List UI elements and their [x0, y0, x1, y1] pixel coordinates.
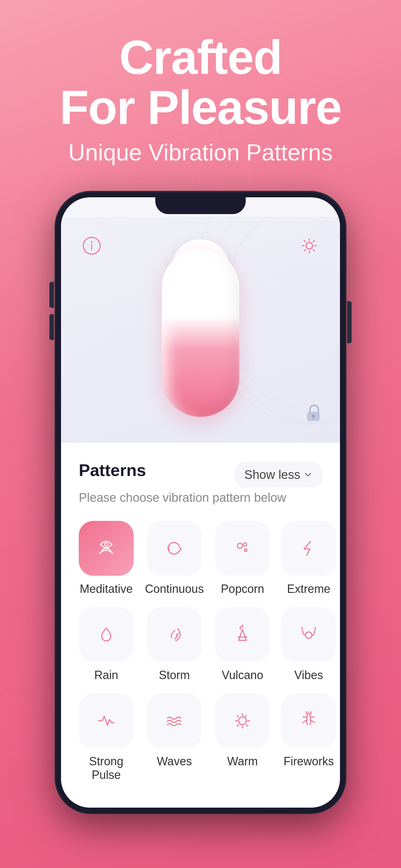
app-content: Patterns Show less Please choose vibrati… [61, 197, 340, 808]
pattern-continuous-label: Continuous [145, 582, 204, 596]
pattern-strongpulse-button[interactable] [79, 693, 134, 748]
subtitle: Unique Vibration Patterns [26, 139, 375, 166]
continuous-icon [161, 535, 187, 561]
list-item: Continuous [145, 521, 204, 596]
svg-point-12 [306, 243, 312, 249]
pattern-storm-button[interactable] [147, 607, 202, 662]
svg-point-16 [104, 543, 108, 546]
svg-point-21 [239, 717, 246, 724]
svg-point-18 [243, 543, 247, 546]
pattern-popcorn-label: Popcorn [221, 582, 264, 596]
list-item: Vulcano [215, 607, 270, 682]
pattern-popcorn-button[interactable] [215, 521, 270, 576]
strong-pulse-icon [93, 708, 119, 734]
pattern-extreme-button[interactable] [281, 521, 336, 576]
settings-button[interactable] [297, 233, 322, 259]
warm-icon [229, 708, 255, 734]
storm-icon [161, 622, 187, 647]
header-section: Crafted For Pleasure Unique Vibration Pa… [0, 0, 401, 166]
pattern-strongpulse-label: Strong Pulse [79, 755, 134, 782]
meditative-icon [93, 535, 119, 561]
pattern-fireworks-label: Fireworks [283, 755, 334, 768]
list-item: Strong Pulse [79, 693, 134, 782]
pattern-vulcano-button[interactable] [215, 607, 270, 662]
pattern-rain-button[interactable] [79, 607, 134, 662]
waves-icon [161, 708, 187, 734]
extreme-icon [296, 535, 321, 561]
rain-icon [93, 622, 119, 647]
fireworks-icon [296, 708, 321, 734]
pattern-waves-button[interactable] [147, 693, 202, 748]
device-body [162, 249, 239, 417]
phone-screen: Patterns Show less Please choose vibrati… [61, 197, 340, 808]
patterns-subtitle: Please choose vibration pattern below [79, 491, 322, 505]
svg-point-17 [237, 543, 243, 548]
lock-icon [305, 404, 322, 422]
list-item: Extreme [281, 521, 336, 596]
patterns-header: Patterns Show less [79, 461, 322, 488]
gear-icon [300, 236, 319, 255]
info-button[interactable] [79, 233, 104, 259]
phone-mockup: Patterns Show less Please choose vibrati… [55, 191, 346, 813]
chevron-down-icon [304, 470, 312, 479]
lock-button[interactable] [305, 404, 322, 423]
top-icons-bar [61, 233, 340, 259]
list-item: Popcorn [215, 521, 270, 596]
info-circle-icon [82, 236, 101, 255]
pattern-storm-label: Storm [159, 669, 190, 682]
list-item: Rain [79, 607, 134, 682]
popcorn-icon [229, 535, 255, 561]
pattern-vulcano-label: Vulcano [222, 669, 264, 682]
list-item: Fireworks [281, 693, 336, 782]
main-title: Crafted For Pleasure [26, 32, 375, 133]
list-item: Meditative [79, 521, 134, 596]
vulcano-icon [229, 622, 255, 647]
list-item: Vibes [281, 607, 336, 682]
phone-outer-frame: Patterns Show less Please choose vibrati… [55, 191, 346, 813]
phone-notch [155, 197, 246, 214]
pattern-fireworks-button[interactable] [281, 693, 336, 748]
device-area [61, 217, 340, 443]
pattern-extreme-label: Extreme [287, 582, 330, 596]
pattern-continuous-button[interactable] [147, 521, 202, 576]
pattern-vibes-label: Vibes [294, 669, 323, 682]
pattern-meditative-button[interactable] [79, 521, 134, 576]
vibrator-device [162, 249, 239, 417]
pattern-grid: Meditative Continuous [79, 521, 322, 782]
show-less-label: Show less [244, 468, 300, 482]
patterns-title: Patterns [79, 461, 146, 480]
pattern-warm-label: Warm [227, 755, 258, 768]
vibes-icon [296, 622, 321, 647]
pattern-waves-label: Waves [157, 755, 192, 768]
pattern-vibes-button[interactable] [281, 607, 336, 662]
pattern-meditative-label: Meditative [80, 582, 133, 596]
patterns-section: Patterns Show less Please choose vibrati… [61, 443, 340, 808]
show-less-button[interactable]: Show less [235, 462, 322, 488]
pattern-warm-button[interactable] [215, 693, 270, 748]
svg-point-11 [91, 241, 93, 243]
pattern-rain-label: Rain [94, 669, 118, 682]
patterns-title-block: Patterns [79, 461, 146, 480]
list-item: Waves [145, 693, 204, 782]
list-item: Warm [215, 693, 270, 782]
svg-point-19 [244, 549, 247, 552]
svg-point-20 [305, 632, 312, 639]
list-item: Storm [145, 607, 204, 682]
